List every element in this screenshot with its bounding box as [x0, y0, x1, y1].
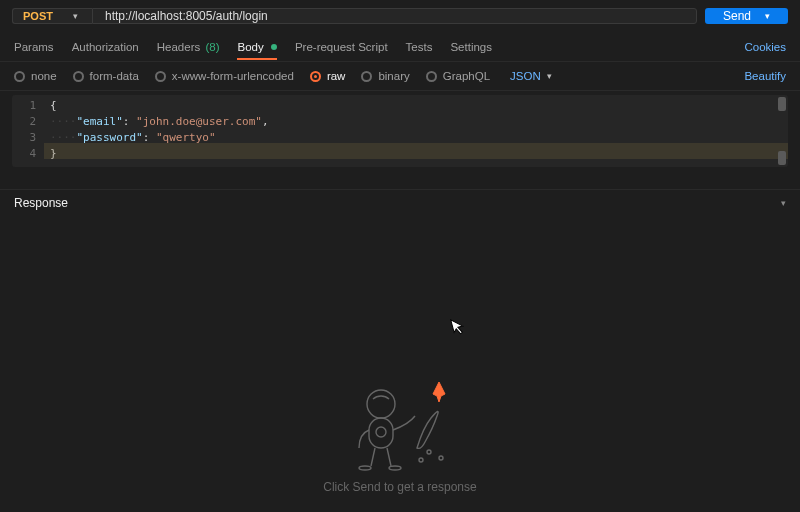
tab-headers-count: (8): [205, 41, 219, 53]
tab-params[interactable]: Params: [14, 35, 54, 59]
radio-icon: [155, 71, 166, 82]
body-format-label: JSON: [510, 70, 541, 82]
response-header[interactable]: Response ▾: [0, 190, 800, 216]
cookies-link[interactable]: Cookies: [744, 41, 786, 53]
radio-icon: [361, 71, 372, 82]
scrollbar-thumb[interactable]: [778, 97, 786, 111]
url-input[interactable]: [92, 8, 697, 24]
radio-icon: [73, 71, 84, 82]
beautify-button[interactable]: Beautify: [744, 70, 786, 82]
tab-prerequest[interactable]: Pre-request Script: [295, 35, 388, 59]
bodytype-formdata[interactable]: form-data: [73, 70, 139, 82]
chevron-down-icon: ▾: [73, 11, 78, 21]
tab-settings[interactable]: Settings: [450, 35, 492, 59]
radio-icon: [14, 71, 25, 82]
response-section: Response ▾: [0, 189, 800, 506]
astronaut-illustration: [325, 356, 475, 476]
svg-point-7: [419, 458, 423, 462]
send-label: Send: [723, 9, 751, 23]
svg-rect-1: [369, 418, 393, 448]
svg-point-5: [427, 450, 431, 454]
tab-authorization[interactable]: Authorization: [72, 35, 139, 59]
current-line-highlight: [44, 143, 788, 159]
response-body: Click Send to get a response: [0, 216, 800, 506]
svg-point-3: [389, 466, 401, 470]
request-tabs: Params Authorization Headers (8) Body Pr…: [0, 32, 800, 62]
send-button[interactable]: Send ▾: [705, 8, 788, 24]
chevron-down-icon: ▾: [765, 11, 770, 21]
bodytype-binary[interactable]: binary: [361, 70, 409, 82]
method-select[interactable]: POST ▾: [12, 8, 92, 24]
method-label: POST: [23, 10, 53, 22]
svg-point-2: [359, 466, 371, 470]
bodytype-raw[interactable]: raw: [310, 70, 346, 82]
body-format-select[interactable]: JSON ▾: [510, 70, 552, 82]
svg-point-6: [439, 456, 443, 460]
body-editor[interactable]: 1 2 3 4 { ····"email": "john.doe@user.co…: [12, 95, 788, 167]
scrollbar-thumb[interactable]: [778, 151, 786, 165]
body-type-row: none form-data x-www-form-urlencoded raw…: [0, 62, 800, 91]
response-hint: Click Send to get a response: [323, 480, 476, 494]
radio-icon: [426, 71, 437, 82]
request-bar: POST ▾ Send ▾: [0, 0, 800, 32]
bodytype-graphql[interactable]: GraphQL: [426, 70, 490, 82]
modified-dot-icon: [271, 44, 277, 50]
svg-point-0: [367, 390, 395, 418]
tab-headers-label: Headers: [157, 41, 200, 53]
radio-icon: [310, 71, 321, 82]
editor-code[interactable]: { ····"email": "john.doe@user.com", ····…: [44, 95, 788, 167]
tab-tests[interactable]: Tests: [406, 35, 433, 59]
bodytype-none[interactable]: none: [14, 70, 57, 82]
tab-headers[interactable]: Headers (8): [157, 35, 220, 59]
bodytype-xwww[interactable]: x-www-form-urlencoded: [155, 70, 294, 82]
response-label: Response: [14, 196, 68, 210]
svg-point-4: [376, 427, 386, 437]
tab-body-label: Body: [237, 41, 263, 53]
tab-body[interactable]: Body: [237, 35, 276, 59]
editor-gutter: 1 2 3 4: [12, 95, 44, 167]
chevron-down-icon: ▾: [781, 198, 786, 208]
chevron-down-icon: ▾: [547, 71, 552, 81]
